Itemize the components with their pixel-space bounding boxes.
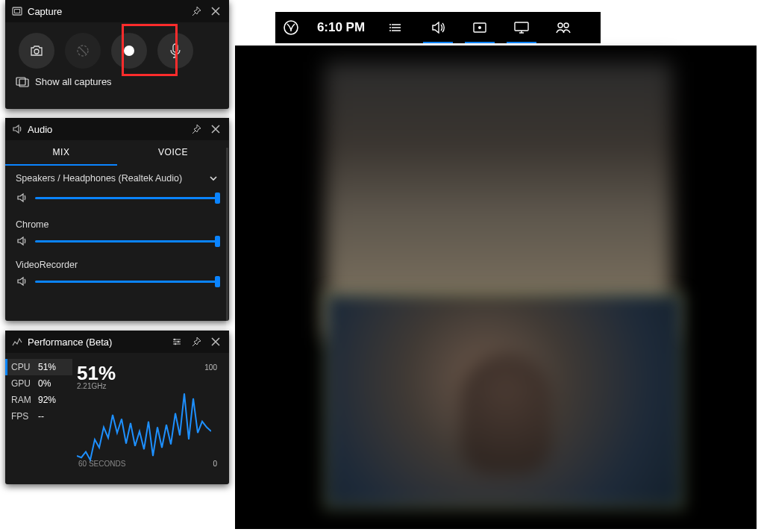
- capture-title: Capture: [28, 6, 62, 17]
- performance-header[interactable]: Performance (Beta): [5, 331, 229, 353]
- capture-widget-button[interactable]: [459, 12, 501, 43]
- capture-header[interactable]: Capture: [5, 0, 229, 22]
- chart-ymin: 0: [213, 460, 217, 468]
- svg-point-10: [284, 21, 298, 34]
- performance-widget-button[interactable]: [501, 12, 542, 43]
- camera-icon: [29, 45, 44, 57]
- chart-ymax: 100: [204, 363, 217, 372]
- perf-subhead: 2.21GHz: [77, 382, 219, 390]
- audio-tabs: MIX VOICE: [5, 140, 229, 166]
- gamebar-toolbar: 6:10 PM: [275, 12, 601, 43]
- tab-voice[interactable]: VOICE: [117, 140, 229, 166]
- app1-volume-slider[interactable]: [16, 233, 219, 249]
- audio-header[interactable]: Audio: [5, 118, 229, 140]
- stat-ram[interactable]: RAM92%: [5, 392, 72, 408]
- audio-device-section: Speakers / Headphones (Realtek Audio) Ch…: [5, 166, 229, 298]
- annotation-highlight: [122, 24, 178, 76]
- stat-value: 92%: [38, 395, 56, 405]
- svg-point-13: [389, 30, 391, 31]
- person-silhouette: [461, 354, 551, 474]
- gallery-icon: [16, 77, 29, 87]
- performance-title: Performance (Beta): [28, 337, 112, 348]
- social-widget-button[interactable]: [542, 12, 584, 43]
- widgets-menu-button[interactable]: [375, 12, 417, 43]
- speaker-icon: [16, 193, 28, 203]
- pin-icon[interactable]: [189, 4, 204, 19]
- svg-point-18: [564, 23, 569, 28]
- svg-point-15: [478, 26, 481, 29]
- audio-title: Audio: [28, 124, 52, 135]
- audio-device-row[interactable]: Speakers / Headphones (Realtek Audio): [16, 173, 219, 184]
- svg-point-17: [558, 23, 563, 28]
- stat-gpu[interactable]: GPU0%: [5, 375, 72, 392]
- svg-point-12: [389, 27, 391, 28]
- record-last-icon: [75, 43, 90, 58]
- video-feed-self: [325, 293, 683, 508]
- show-all-captures-link[interactable]: Show all captures: [5, 76, 229, 96]
- audio-panel: Audio MIX VOICE Speakers / Headphones (R…: [5, 118, 229, 321]
- svg-point-2: [34, 49, 39, 54]
- stat-label: RAM: [11, 395, 34, 405]
- xbox-button[interactable]: [275, 12, 307, 43]
- device-volume-slider[interactable]: [16, 190, 219, 206]
- perf-chart: 51% 2.21GHz 100 0 60 SECONDS: [72, 359, 226, 472]
- close-icon[interactable]: [208, 4, 223, 19]
- stat-label: GPU: [11, 378, 34, 389]
- speaker-icon: [16, 276, 28, 287]
- capture-icon: [473, 22, 486, 34]
- speaker-icon: [11, 123, 23, 135]
- clock: 6:10 PM: [307, 12, 375, 43]
- close-icon[interactable]: [208, 122, 223, 137]
- tab-voice-label: VOICE: [158, 147, 188, 157]
- svg-point-9: [175, 343, 177, 345]
- people-icon: [556, 22, 571, 34]
- stat-value: 51%: [38, 362, 56, 372]
- app2-volume-slider[interactable]: [16, 273, 219, 290]
- audio-app1-label: Chrome: [16, 219, 219, 230]
- capture-buttons: [5, 22, 229, 76]
- capture-widget-icon: [11, 5, 23, 17]
- stat-label: FPS: [11, 411, 34, 422]
- close-icon[interactable]: [208, 334, 223, 349]
- performance-icon: [11, 336, 23, 348]
- background-strip: [5, 110, 229, 117]
- tab-mix-label: MIX: [53, 147, 70, 157]
- svg-point-11: [389, 24, 391, 25]
- audio-device-name: Speakers / Headphones (Realtek Audio): [16, 173, 182, 184]
- record-last-button[interactable]: [65, 33, 101, 69]
- audio-widget-button[interactable]: [417, 12, 459, 43]
- svg-point-7: [174, 339, 176, 341]
- stat-label: CPU: [11, 362, 34, 372]
- chevron-down-icon[interactable]: [208, 173, 219, 184]
- screenshot-button[interactable]: [19, 33, 54, 69]
- pin-icon[interactable]: [189, 122, 204, 137]
- stat-cpu[interactable]: CPU51%: [5, 359, 72, 375]
- video-call-window: [235, 46, 757, 529]
- tab-mix[interactable]: MIX: [5, 140, 117, 166]
- svg-point-8: [178, 341, 180, 343]
- stat-value: 0%: [38, 378, 51, 389]
- list-icon: [389, 22, 403, 33]
- chart-xspan: 60 SECONDS: [78, 460, 125, 468]
- svg-rect-0: [13, 7, 22, 15]
- speaker-icon: [431, 22, 445, 34]
- perf-stat-list: CPU51% GPU0% RAM92% FPS--: [5, 359, 72, 472]
- monitor-icon: [514, 22, 529, 34]
- stat-fps[interactable]: FPS--: [5, 408, 72, 425]
- audio-app2-label: VideoRecorder: [16, 260, 219, 270]
- show-all-label: Show all captures: [35, 76, 112, 87]
- pin-icon[interactable]: [189, 334, 204, 349]
- svg-rect-1: [15, 10, 20, 13]
- stat-value: --: [38, 411, 44, 422]
- settings-icon[interactable]: [169, 334, 184, 349]
- performance-panel: Performance (Beta) CPU51% GPU0% RAM92% F…: [5, 331, 229, 484]
- speaker-icon: [16, 236, 28, 246]
- xbox-icon: [284, 20, 298, 35]
- capture-panel: Capture S: [5, 0, 229, 109]
- svg-rect-16: [515, 22, 528, 31]
- clock-text: 6:10 PM: [317, 20, 365, 35]
